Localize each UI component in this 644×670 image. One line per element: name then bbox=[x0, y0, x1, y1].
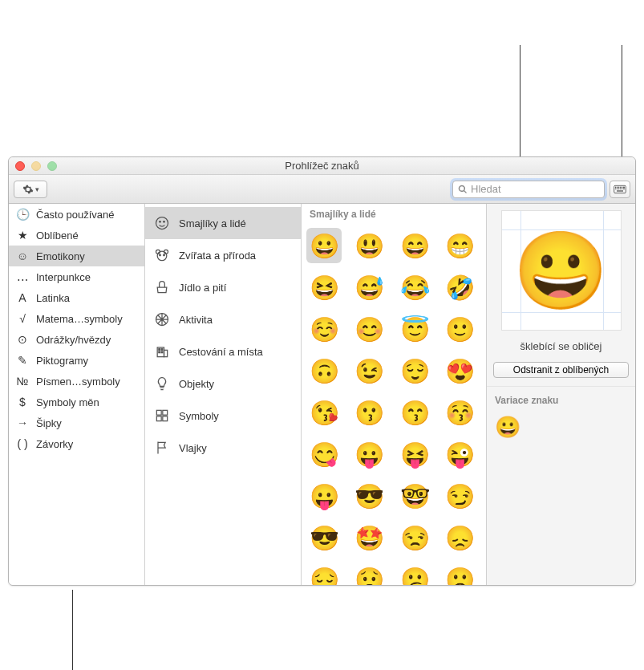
sidebar-item[interactable]: ★Oblíbené bbox=[9, 225, 144, 246]
emoji-cell[interactable]: ☺️ bbox=[306, 311, 342, 347]
keyboard-viewer-button[interactable] bbox=[610, 181, 630, 198]
preview-panel: 😀 šklebící se obličej Odstranit z oblíbe… bbox=[487, 204, 635, 585]
sidebar-item[interactable]: $Symboly měn bbox=[9, 392, 144, 412]
subcategory-item[interactable]: Cestování a místa bbox=[145, 335, 301, 367]
sidebar-item-label: Emotikony bbox=[36, 250, 85, 262]
emoji-cell[interactable]: 😌 bbox=[397, 353, 432, 388]
svg-rect-9 bbox=[618, 188, 619, 189]
svg-point-20 bbox=[160, 254, 161, 256]
search-input[interactable]: Hledat bbox=[452, 181, 605, 198]
emoji-cell[interactable]: 😟 bbox=[352, 562, 387, 585]
emoji-cell[interactable]: 🤩 bbox=[352, 520, 387, 555]
emoji-cell[interactable]: 😛 bbox=[352, 437, 387, 472]
emoji-cell[interactable]: 😘 bbox=[306, 395, 342, 430]
emoji-cell[interactable]: 😋 bbox=[306, 437, 342, 472]
keyboard-icon bbox=[614, 185, 626, 194]
emoji-cell[interactable]: 😂 bbox=[397, 270, 432, 305]
emoji-grid: 😀😃😄😁😆😅😂🤣☺️😊😇🙂🙃😉😌😍😘😗😙😚😋😛😝😜😛😎🤓😏😎🤩😒😞😔😟😕🙁☹️😣… bbox=[302, 225, 486, 585]
emoji-cell[interactable]: 😎 bbox=[306, 520, 342, 555]
emoji-cell[interactable]: 😉 bbox=[352, 353, 387, 388]
ball-icon bbox=[153, 311, 171, 328]
chevron-down-icon: ▾ bbox=[35, 185, 39, 193]
emoji-cell[interactable]: 😒 bbox=[397, 520, 432, 555]
category-icon: $ bbox=[15, 396, 30, 408]
subcategory-item[interactable]: Zvířata a příroda bbox=[145, 239, 301, 271]
gear-icon bbox=[22, 184, 34, 195]
sidebar-item-label: Šipky bbox=[36, 417, 62, 429]
subcategory-item[interactable]: Aktivita bbox=[145, 303, 301, 335]
emoji-cell[interactable]: 😆 bbox=[306, 270, 342, 305]
emoji-cell[interactable]: 🙁 bbox=[443, 562, 478, 585]
emoji-cell[interactable]: 😊 bbox=[352, 311, 387, 347]
category-icon: 🕒 bbox=[15, 208, 30, 221]
emoji-cell[interactable]: 😝 bbox=[397, 437, 432, 472]
svg-rect-32 bbox=[163, 416, 168, 421]
subcategory-label: Objekty bbox=[179, 378, 214, 390]
emoji-cell[interactable]: 😃 bbox=[352, 228, 387, 263]
titlebar: Prohlížeč znaků bbox=[9, 157, 635, 175]
sidebar-item-label: Odrážky/hvězdy bbox=[36, 334, 111, 346]
callout-line bbox=[72, 590, 73, 670]
sidebar-item[interactable]: →Šipky bbox=[9, 412, 144, 433]
emoji-cell[interactable]: 🤓 bbox=[397, 478, 432, 514]
sidebar-item[interactable]: ALatinka bbox=[9, 287, 144, 308]
subcategory-label: Vlajky bbox=[179, 442, 207, 454]
emoji-cell[interactable]: 🙃 bbox=[306, 353, 342, 388]
svg-rect-3 bbox=[618, 186, 619, 187]
sidebar-item-label: Interpunkce bbox=[36, 271, 91, 283]
emoji-cell[interactable]: 😅 bbox=[352, 270, 387, 305]
svg-rect-4 bbox=[620, 186, 621, 187]
sidebar-item[interactable]: ✎Piktogramy bbox=[9, 350, 144, 371]
svg-point-14 bbox=[156, 217, 168, 229]
emoji-cell[interactable]: 😗 bbox=[352, 395, 387, 430]
emoji-cell[interactable]: 😔 bbox=[306, 562, 342, 585]
emoji-cell[interactable]: 🙂 bbox=[443, 311, 478, 347]
category-icon: ✎ bbox=[15, 354, 30, 367]
emoji-cell[interactable]: 😄 bbox=[397, 228, 432, 263]
category-icon: ( ) bbox=[15, 437, 30, 450]
subcategory-item[interactable]: Objekty bbox=[145, 367, 301, 400]
emoji-cell[interactable]: 😙 bbox=[397, 395, 432, 430]
emoji-cell[interactable]: 😞 bbox=[443, 520, 478, 555]
sidebar-item[interactable]: №Písmen…symboly bbox=[9, 371, 144, 392]
emoji-cell[interactable]: 😀 bbox=[306, 228, 342, 263]
emoji-cell[interactable]: 😕 bbox=[397, 562, 432, 585]
subcategory-item[interactable]: Vlajky bbox=[145, 432, 301, 464]
sidebar-item-label: Symboly měn bbox=[36, 396, 99, 408]
subcategory-item[interactable]: Smajlíky a lidé bbox=[145, 207, 301, 239]
character-viewer-window: Prohlížeč znaků ▾ Hledat 🕒Často používan… bbox=[8, 156, 636, 586]
sidebar-item[interactable]: ( )Závorky bbox=[9, 433, 144, 454]
svg-rect-29 bbox=[156, 410, 161, 415]
variation-row: 😀 bbox=[487, 409, 635, 445]
subcategory-item[interactable]: Jídlo a pití bbox=[145, 271, 301, 303]
emoji-cell[interactable]: 😎 bbox=[352, 478, 387, 514]
svg-point-15 bbox=[160, 221, 161, 223]
variation-cell[interactable]: 😀 bbox=[493, 412, 522, 441]
svg-rect-26 bbox=[161, 349, 163, 351]
sidebar-item[interactable]: ․‥Interpunkce bbox=[9, 266, 144, 287]
emoji-grid-panel: Smajlíky a lidé 😀😃😄😁😆😅😂🤣☺️😊😇🙂🙃😉😌😍😘😗😙😚😋😛😝… bbox=[302, 204, 487, 585]
emoji-cell[interactable]: 🤣 bbox=[443, 270, 478, 305]
subcategory-item[interactable]: Symboly bbox=[145, 400, 301, 432]
svg-point-17 bbox=[157, 251, 167, 261]
remove-favorite-button[interactable]: Odstranit z oblíbených bbox=[493, 362, 629, 378]
emoji-cell[interactable]: 😛 bbox=[306, 478, 342, 514]
sidebar-item[interactable]: 🕒Často používané bbox=[9, 204, 144, 225]
action-menu-button[interactable]: ▾ bbox=[14, 181, 47, 198]
emoji-cell[interactable]: 😚 bbox=[443, 395, 478, 430]
subcategory-label: Aktivita bbox=[179, 314, 213, 326]
toolbar: ▾ Hledat bbox=[9, 175, 635, 204]
category-icon: № bbox=[15, 375, 30, 388]
preview-box: 😀 bbox=[501, 210, 622, 331]
subcategory-label: Jídlo a pití bbox=[179, 282, 226, 294]
emoji-cell[interactable]: 😜 bbox=[443, 437, 478, 472]
category-icon: → bbox=[15, 416, 30, 429]
sidebar-item[interactable]: ☺Emotikony bbox=[9, 246, 144, 266]
sidebar-item[interactable]: ⊙Odrážky/hvězdy bbox=[9, 329, 144, 350]
emoji-cell[interactable]: 😇 bbox=[397, 311, 432, 347]
sidebar-item[interactable]: √Matema…symboly bbox=[9, 308, 144, 329]
emoji-cell[interactable]: 😍 bbox=[443, 353, 478, 388]
svg-rect-31 bbox=[156, 416, 161, 421]
emoji-cell[interactable]: 😏 bbox=[443, 478, 478, 514]
emoji-cell[interactable]: 😁 bbox=[443, 228, 478, 263]
